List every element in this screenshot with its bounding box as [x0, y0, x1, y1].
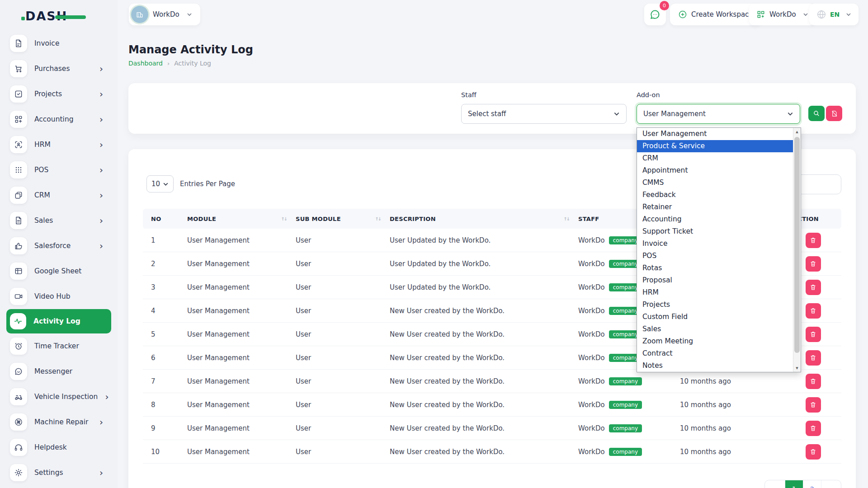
activity-log-icon — [10, 313, 26, 329]
cell-sub-module: User — [288, 377, 382, 385]
pagination-next[interactable]: » — [821, 480, 841, 488]
sidebar-item-label: Accounting — [34, 115, 74, 123]
dropdown-option[interactable]: User Management — [637, 128, 793, 140]
delete-button[interactable] — [806, 327, 821, 342]
google-sheet-icon — [10, 263, 27, 280]
sidebar-item[interactable]: CRM › — [6, 183, 111, 208]
sidebar-item-label: HRM — [34, 141, 51, 149]
dropdown-option[interactable]: Rotas — [637, 262, 793, 274]
cell-date: 10 months ago — [672, 448, 785, 456]
sidebar-item[interactable]: Helpdesk › — [6, 435, 111, 460]
chevron-right-icon: › — [99, 64, 103, 73]
create-workspace-button[interactable]: Create Workspace — [670, 4, 761, 25]
sidebar-item[interactable]: Accounting › — [6, 107, 111, 132]
dropdown-option[interactable]: CRM — [637, 152, 793, 164]
sidebar-item[interactable]: Salesforce › — [6, 233, 111, 258]
messenger-button[interactable]: 0 — [644, 4, 666, 25]
dropdown-option[interactable]: Invoice — [637, 238, 793, 250]
apply-filter-button[interactable] — [808, 106, 825, 121]
sidebar-item[interactable]: Google Sheet › — [6, 258, 111, 284]
create-workspace-label: Create Workspace — [691, 10, 753, 19]
workspace-avatar — [131, 6, 148, 23]
trash-icon — [810, 401, 816, 408]
sidebar-item-label: Activity Log — [33, 317, 80, 325]
sort-icon[interactable]: ↑↓ — [375, 216, 381, 221]
breadcrumb-dashboard-link[interactable]: Dashboard — [128, 60, 163, 67]
dropdown-option[interactable]: Zoom Meeting — [637, 335, 793, 347]
dropdown-option[interactable]: Accounting — [637, 213, 793, 225]
addon-select[interactable]: User Management — [637, 104, 800, 124]
scrollbar-thumb[interactable] — [794, 137, 800, 353]
table-column-header[interactable]: DESCRIPTION ↑↓ — [382, 216, 570, 222]
dropdown-scrollbar[interactable]: ▲ ▼ — [793, 128, 801, 372]
app-menu-button[interactable]: WorkDo — [749, 4, 816, 25]
table-column-header[interactable]: MODULE ↑↓ — [179, 216, 288, 222]
dropdown-option[interactable]: Support Ticket — [637, 225, 793, 238]
table-column-header[interactable]: SUB MODULE ↑↓ — [288, 216, 382, 222]
delete-button[interactable] — [806, 421, 821, 436]
dropdown-option[interactable]: Notes — [637, 360, 793, 372]
workspace-switcher[interactable]: WorkDo — [129, 4, 200, 25]
dropdown-option[interactable]: Proposal — [637, 274, 793, 286]
dropdown-option[interactable]: Retainer — [637, 201, 793, 213]
table-column-header[interactable]: NO ↑↓ — [143, 216, 179, 222]
dropdown-option[interactable]: Feedback — [637, 189, 793, 201]
sidebar-item-label: Machine Repair — [34, 418, 88, 426]
dropdown-option[interactable]: Contract — [637, 347, 793, 360]
sidebar-item[interactable]: Messenger › — [6, 359, 111, 384]
reset-filter-button[interactable] — [826, 106, 842, 121]
company-badge: company — [609, 424, 642, 432]
pagination-page[interactable]: 2 — [803, 480, 821, 488]
chevron-right-icon: › — [99, 140, 103, 149]
sidebar-item[interactable]: Video Hub › — [6, 284, 111, 309]
delete-button[interactable] — [806, 233, 821, 248]
cell-module: User Management — [179, 424, 288, 432]
dropdown-option[interactable]: Custom Field — [637, 311, 793, 323]
video-hub-icon — [10, 288, 27, 305]
breadcrumb: Dashboard › Activity Log — [128, 60, 211, 67]
delete-button[interactable] — [806, 280, 821, 295]
sidebar-item[interactable]: Activity Log › — [6, 309, 111, 333]
sort-icon[interactable]: ↑↓ — [563, 216, 569, 221]
dropdown-option[interactable]: CMMS — [637, 177, 793, 189]
sidebar-item[interactable]: POS › — [6, 157, 111, 183]
dropdown-option[interactable]: Sales — [637, 323, 793, 335]
sidebar-item[interactable]: Sales › — [6, 208, 111, 233]
dropdown-option[interactable]: POS — [637, 250, 793, 262]
delete-button[interactable] — [806, 350, 821, 366]
cell-description: New User created by the WorkDo. — [382, 377, 570, 385]
delete-button[interactable] — [806, 444, 821, 460]
sidebar-item-label: Salesforce — [34, 242, 71, 250]
delete-button[interactable] — [806, 256, 821, 272]
sidebar-item[interactable]: HRM › — [6, 132, 111, 157]
sidebar-item[interactable]: Time Tracker › — [6, 333, 111, 359]
cell-staff: WorkDo company — [570, 424, 672, 432]
dropdown-option[interactable]: Appointment — [637, 164, 793, 177]
dropdown-option[interactable]: HRM — [637, 286, 793, 299]
entries-per-page-select[interactable]: 10 — [146, 175, 174, 192]
dropdown-option[interactable]: Product & Service — [637, 140, 793, 152]
sidebar-item[interactable]: Purchases › — [6, 56, 111, 81]
scroll-up-arrow[interactable]: ▲ — [793, 128, 801, 136]
staff-select[interactable]: Select staff — [461, 104, 627, 124]
sidebar-item[interactable]: Projects › — [6, 81, 111, 107]
cell-no: 2 — [143, 260, 179, 268]
dropdown-option[interactable]: Projects — [637, 299, 793, 311]
pagination-prev[interactable]: « — [765, 480, 785, 488]
cell-action — [785, 421, 841, 436]
pagination-page[interactable]: 1 — [785, 480, 803, 488]
sidebar-item-label: Video Hub — [34, 292, 71, 300]
cell-sub-module: User — [288, 354, 382, 362]
delete-button[interactable] — [806, 397, 821, 413]
sidebar-item[interactable]: Invoice › — [6, 31, 111, 56]
sort-icon[interactable]: ↑↓ — [281, 216, 287, 221]
dash-logo[interactable]: DASH — [0, 0, 118, 31]
scroll-down-arrow[interactable]: ▼ — [793, 364, 801, 372]
sidebar-item[interactable]: Machine Repair › — [6, 409, 111, 435]
delete-button[interactable] — [806, 374, 821, 389]
sidebar-item[interactable]: Vehicle Inspection › — [6, 384, 111, 409]
pagination: « 12 » — [764, 480, 841, 488]
language-selector[interactable]: EN — [809, 4, 859, 25]
sidebar-item[interactable]: Settings › — [6, 460, 111, 485]
delete-button[interactable] — [806, 303, 821, 319]
